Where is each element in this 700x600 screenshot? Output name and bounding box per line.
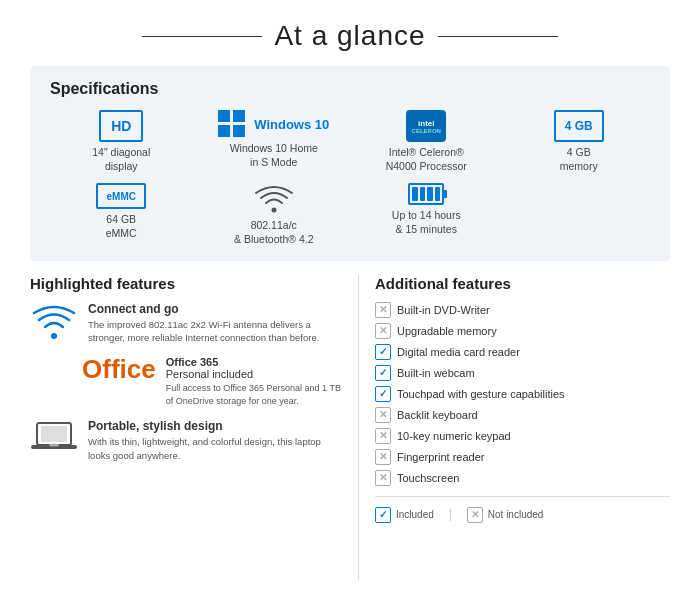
battery-box-icon [408,183,444,205]
included-icon-touchpad: ✓ [375,386,391,402]
spec-display: HD 14" diagonaldisplay [50,110,193,173]
laptop-icon [31,421,77,451]
feature-portable-text: Portable, stylish design With its thin, … [88,419,342,462]
additional-title: Additional features [375,275,670,292]
label-touchpad: Touchpad with gesture capabilities [397,388,565,400]
list-item-touchscreen: ✕ Touchscreen [375,470,670,486]
not-included-icon-fingerprint: ✕ [375,449,391,465]
legend-not-included: ✕ Not included [467,507,544,523]
spec-windows-icon: Windows 10 [218,110,329,138]
spec-memory-icon: 4 GB [554,110,604,142]
legend-not-included-icon: ✕ [467,507,483,523]
bottom-section: Highlighted features Connect and go The … [30,275,670,580]
label-memory: Upgradable memory [397,325,497,337]
legend-included-icon: ✓ [375,507,391,523]
spec-wifi: 802.11a/c& Bluetooth® 4.2 [203,183,346,246]
label-backlit: Backlit keyboard [397,409,478,421]
spec-battery-label: Up to 14 hours& 15 minutes [392,209,461,236]
emmc-icon: eMMC [96,183,146,209]
spec-windows: Windows 10 Windows 10 Homein S Mode [203,110,346,173]
spec-memory-label: 4 GBmemory [560,146,598,173]
list-item-numpad: ✕ 10-key numeric keypad [375,428,670,444]
list-item-backlit: ✕ Backlit keyboard [375,407,670,423]
spec-storage-icon: eMMC [96,183,146,209]
svg-rect-3 [41,426,67,442]
office-desc: Full access to Office 365 Personal and 1… [166,382,342,407]
not-included-icon-numpad: ✕ [375,428,391,444]
specs-section: Specifications HD 14" diagonaldisplay Wi… [30,66,670,261]
additional-section: Additional features ✕ Built-in DVD-Write… [358,275,670,580]
office-text: Office 365Personal included Full access … [166,356,342,407]
specs-title: Specifications [50,80,650,98]
feature-connect-title: Connect and go [88,302,342,316]
feature-portable: Portable, stylish design With its thin, … [30,419,342,462]
spec-storage-label: 64 GBeMMC [106,213,137,240]
list-item-card-reader: ✓ Digital media card reader [375,344,670,360]
feature-connect: Connect and go The improved 802.11ac 2x2… [30,302,342,345]
legend: ✓ Included ✕ Not included [375,507,670,523]
feature-portable-icon [30,419,78,451]
not-included-icon-backlit: ✕ [375,407,391,423]
intel-logo-icon: intel CELERON [406,110,446,142]
office-title: Office 365Personal included [166,356,342,380]
feature-portable-desc: With its thin, lightweight, and colorful… [88,435,342,462]
label-dvd: Built-in DVD-Writer [397,304,490,316]
spec-processor: intel CELERON Intel® Celeron®N4000 Proce… [355,110,498,173]
title-line-left [142,36,262,37]
list-item-memory: ✕ Upgradable memory [375,323,670,339]
label-touchscreen: Touchscreen [397,472,459,484]
list-item-fingerprint: ✕ Fingerprint reader [375,449,670,465]
spec-battery: Up to 14 hours& 15 minutes [355,183,498,246]
list-item-webcam: ✓ Built-in webcam [375,365,670,381]
windows-logo-icon [218,110,246,138]
office-block: Office Office 365Personal included Full … [82,356,342,407]
not-included-icon-dvd: ✕ [375,302,391,318]
page-title: At a glance [274,20,425,52]
spec-windows-label: Windows 10 Homein S Mode [230,142,318,169]
legend-not-included-label: Not included [488,509,544,520]
specs-grid: HD 14" diagonaldisplay Windows 10 Window… [50,110,650,247]
label-card-reader: Digital media card reader [397,346,520,358]
list-item-dvd: ✕ Built-in DVD-Writer [375,302,670,318]
included-icon-webcam: ✓ [375,365,391,381]
spec-wifi-label: 802.11a/c& Bluetooth® 4.2 [234,219,314,246]
feature-portable-title: Portable, stylish design [88,419,342,433]
title-line-right [438,36,558,37]
additional-feature-list: ✕ Built-in DVD-Writer ✕ Upgradable memor… [375,302,670,486]
label-fingerprint: Fingerprint reader [397,451,484,463]
spec-processor-label: Intel® Celeron®N4000 Processor [386,146,467,173]
list-item-touchpad: ✓ Touchpad with gesture capabilities [375,386,670,402]
spec-battery-icon [408,183,444,205]
label-numpad: 10-key numeric keypad [397,430,511,442]
spec-display-icon: HD [99,110,143,142]
feature-connect-icon [30,302,78,340]
windows-text: Windows 10 [254,117,329,132]
feature-connect-desc: The improved 802.11ac 2x2 Wi-Fi antenna … [88,318,342,345]
title-section: At a glance [30,20,670,52]
label-webcam: Built-in webcam [397,367,475,379]
not-included-icon-memory: ✕ [375,323,391,339]
legend-divider [375,496,670,497]
legend-separator [450,509,451,521]
spec-wifi-icon [255,183,293,215]
office-logo: Office [82,356,156,382]
hd-icon: HD [99,110,143,142]
svg-point-0 [271,208,276,213]
svg-point-1 [51,333,57,339]
spec-memory: 4 GB 4 GBmemory [508,110,651,173]
wifi-signal-icon [255,183,293,215]
not-included-icon-touchscreen: ✕ [375,470,391,486]
4gb-icon: 4 GB [554,110,604,142]
wifi-large-icon [32,304,76,340]
legend-included-label: Included [396,509,434,520]
highlighted-section: Highlighted features Connect and go The … [30,275,342,580]
highlighted-title: Highlighted features [30,275,342,292]
svg-point-5 [49,444,59,447]
spec-display-label: 14" diagonaldisplay [92,146,150,173]
spec-storage: eMMC 64 GBeMMC [50,183,193,246]
feature-connect-text: Connect and go The improved 802.11ac 2x2… [88,302,342,345]
spec-processor-icon: intel CELERON [406,110,446,142]
legend-included: ✓ Included [375,507,434,523]
included-icon-card-reader: ✓ [375,344,391,360]
page: At a glance Specifications HD 14" diagon… [0,0,700,600]
